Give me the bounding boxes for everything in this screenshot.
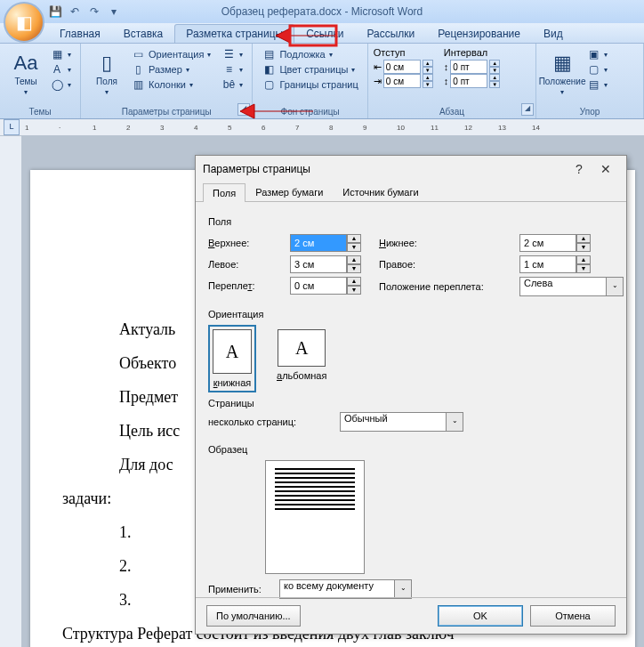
indent-label: Отступ — [374, 47, 433, 58]
page-bg-group-label: Фон страницы — [253, 107, 366, 117]
preview-section-label: Образец — [208, 444, 614, 455]
tab-selector-button[interactable]: L — [4, 119, 20, 135]
watermark-button[interactable]: ▤Подложка ▾ — [258, 47, 361, 61]
effects-icon: ◯ — [50, 78, 64, 91]
orientation-portrait[interactable]: A книжная — [208, 325, 256, 392]
gutter-spinner[interactable]: ▲▼ — [290, 277, 361, 295]
hyphenation-button[interactable]: bê▾ — [218, 77, 246, 92]
breaks-icon: ☰ — [221, 48, 236, 61]
themes-icon: Aa — [14, 52, 38, 75]
spacing-after-spinner[interactable]: ↕▲▼ — [444, 74, 501, 88]
page-borders-icon: ▢ — [262, 78, 276, 91]
vertical-ruler — [0, 136, 22, 647]
columns-button[interactable]: ▥Колонки ▾ — [127, 77, 214, 92]
multi-pages-select[interactable]: Обычный⌄ — [340, 412, 463, 432]
office-button[interactable]: ◧ — [4, 2, 44, 43]
send-back-icon: ▢ — [586, 63, 600, 76]
right-spinner[interactable]: ▲▼ — [519, 255, 591, 273]
redo-icon[interactable]: ↷ — [87, 4, 101, 19]
chevron-down-icon: ▾ — [24, 88, 28, 96]
bottom-spinner[interactable]: ▲▼ — [519, 234, 591, 252]
line-numbers-button[interactable]: ≡▾ — [218, 62, 246, 77]
page-setup-launcher[interactable]: ◢ — [237, 103, 250, 116]
right-label: Правое: — [379, 259, 512, 270]
dialog-title: Параметры страницы — [203, 163, 310, 175]
window-title: Образец реферата.docx - Microsoft Word — [221, 5, 423, 18]
theme-fonts-button[interactable]: A▾ — [46, 62, 75, 77]
text-wrap-button[interactable]: ▤▾ — [583, 77, 611, 92]
chevron-down-icon: ▾ — [105, 88, 109, 96]
spacing-label: Интервал — [444, 47, 501, 58]
bring-front-button[interactable]: ▣▾ — [583, 47, 611, 61]
indent-right-spinner[interactable]: ⇥▲▼ — [374, 74, 433, 88]
orientation-landscape[interactable]: A альбомная — [272, 325, 331, 392]
fonts-icon: A — [50, 63, 64, 76]
paragraph-group-label: Абзац — [368, 107, 535, 117]
page-setup-group-label: Параметры страницы — [81, 107, 252, 117]
close-button[interactable]: ✕ — [592, 159, 619, 179]
arrange-group-label: Упор — [536, 107, 643, 117]
multi-pages-label: несколько страниц: — [208, 417, 333, 427]
undo-icon[interactable]: ↶ — [68, 4, 82, 19]
apply-to-label: Применить: — [208, 584, 272, 594]
spacing-after-icon: ↕ — [444, 76, 449, 86]
size-icon: ▯ — [131, 63, 145, 76]
page-color-button[interactable]: ◧Цвет страницы ▾ — [258, 62, 361, 77]
tab-home[interactable]: Главная — [48, 24, 112, 43]
tab-view[interactable]: Вид — [532, 24, 575, 43]
gutter-pos-select[interactable]: Слева⌄ — [519, 277, 624, 296]
theme-colors-button[interactable]: ▦▾ — [46, 47, 75, 61]
orientation-button[interactable]: ▭Ориентация ▾ — [127, 47, 214, 61]
spacing-before-spinner[interactable]: ↕▲▼ — [444, 60, 501, 74]
indent-left-spinner[interactable]: ⇤▲▼ — [374, 60, 433, 74]
help-button[interactable]: ? — [566, 159, 592, 179]
left-label: Левое: — [208, 259, 283, 270]
indent-left-icon: ⇤ — [374, 61, 382, 73]
position-icon: ▦ — [553, 52, 572, 75]
tab-mailings[interactable]: Рассылки — [355, 24, 426, 43]
breaks-button[interactable]: ☰▾ — [218, 47, 246, 61]
page-borders-button[interactable]: ▢Границы страниц — [258, 77, 361, 92]
bottom-label: Нижнее: — [379, 238, 512, 248]
cancel-button[interactable]: Отмена — [530, 605, 616, 627]
orientation-icon: ▭ — [131, 48, 145, 61]
themes-button[interactable]: Aa Темы ▾ — [5, 45, 46, 102]
margins-icon: ▯ — [101, 52, 112, 75]
send-back-button[interactable]: ▢▾ — [583, 62, 611, 77]
apply-to-select[interactable]: ко всему документу⌄ — [279, 579, 412, 599]
tab-fields[interactable]: Поля — [203, 183, 246, 202]
tab-page-layout[interactable]: Разметка страницы — [174, 24, 294, 43]
tab-review[interactable]: Рецензирование — [426, 24, 532, 43]
page-setup-dialog: Параметры страницы ? ✕ Поля Размер бумаг… — [195, 155, 627, 635]
chevron-down-icon[interactable]: ⌄ — [447, 412, 463, 432]
text-wrap-icon: ▤ — [586, 78, 600, 91]
save-icon[interactable]: 💾 — [48, 4, 62, 19]
theme-effects-button[interactable]: ◯▾ — [46, 77, 75, 92]
preview-icon — [265, 460, 365, 574]
chevron-down-icon[interactable]: ⌄ — [607, 277, 624, 296]
tab-insert[interactable]: Вставка — [112, 24, 175, 43]
bring-front-icon: ▣ — [586, 48, 600, 61]
margins-button[interactable]: ▯ Поля ▾ — [86, 45, 127, 102]
size-button[interactable]: ▯Размер ▾ — [127, 62, 214, 77]
columns-icon: ▥ — [131, 78, 145, 91]
ok-button[interactable]: OK — [438, 605, 523, 627]
tab-paper[interactable]: Размер бумаги — [246, 182, 333, 201]
paragraph-launcher[interactable]: ◢ — [521, 103, 534, 116]
gutter-pos-label: Положение переплета: — [379, 281, 512, 292]
fields-section-label: Поля — [208, 216, 614, 227]
hyphenation-icon: bê — [221, 78, 236, 91]
watermark-icon: ▤ — [262, 48, 276, 61]
default-button[interactable]: По умолчанию... — [206, 605, 301, 627]
chevron-down-icon[interactable]: ⌄ — [395, 579, 412, 599]
left-spinner[interactable]: ▲▼ — [290, 255, 361, 273]
landscape-icon: A — [278, 329, 326, 367]
top-spinner[interactable]: ▲▼ — [290, 234, 361, 252]
gutter-label: Переплет: — [208, 280, 283, 291]
qat-dropdown-icon[interactable]: ▾ — [107, 4, 121, 19]
pages-section-label: Страницы — [208, 398, 614, 408]
position-button[interactable]: ▦ Положение ▾ — [542, 45, 583, 102]
tab-source[interactable]: Источник бумаги — [333, 182, 428, 201]
tab-references[interactable]: Ссылки — [294, 24, 355, 43]
themes-group-label: Темы — [0, 107, 80, 117]
